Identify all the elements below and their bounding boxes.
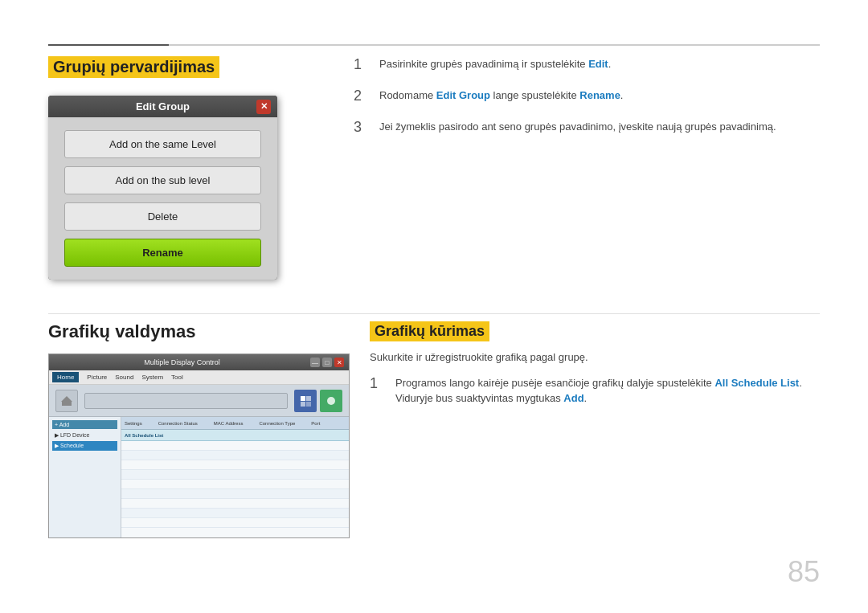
section-bottom-left: Grafikų valdymas Multiple Display Contro…	[48, 321, 354, 538]
instruction-3: 3 Jei žymeklis pasirodo ant seno grupės …	[354, 119, 820, 136]
section2-instruction-1: 1 Programos lango kairėje pusėje esančio…	[370, 375, 820, 407]
section-divider	[48, 313, 820, 314]
instruction-1: 1 Pasirinkite grupės pavadinimą ir spust…	[354, 56, 820, 73]
ss-menu-picture: Picture	[87, 374, 107, 381]
section2-right-title: Grafikų kūrimas	[370, 321, 489, 341]
ss-menu-bar: Home Picture Sound System Tool	[49, 370, 349, 385]
svg-rect-3	[306, 396, 311, 401]
ss-main-area: + Add ▶ LFD Device ▶ Schedule Settings C…	[49, 417, 349, 538]
ss-col-mac: MAC Address	[214, 421, 244, 426]
ss-data-row-2	[121, 451, 349, 460]
highlight-edit: Edit	[588, 58, 608, 70]
svg-rect-4	[301, 402, 305, 407]
ss-menu-system: System	[141, 374, 163, 381]
ss-data-row-8	[121, 509, 349, 518]
svg-rect-5	[306, 402, 311, 407]
ss-close: ✕	[334, 358, 344, 367]
instruction-number-1: 1	[354, 56, 370, 73]
ss-sidebar-schedule: ▶ Schedule	[52, 441, 117, 451]
section2-subtitle: Sukurkite ir užregistruokite grafiką pag…	[370, 349, 820, 366]
dialog-titlebar: Edit Group ✕	[48, 96, 277, 117]
ss-sidebar: + Add ▶ LFD Device ▶ Schedule	[49, 417, 121, 538]
ss-col-type: Connection Type	[259, 421, 295, 426]
rename-button[interactable]: Rename	[64, 239, 261, 267]
dialog-close-button[interactable]: ✕	[256, 100, 271, 114]
screenshot-simulation: Multiple Display Control — □ ✕ Home Pict…	[48, 353, 350, 538]
ss-col-port: Port	[311, 421, 320, 426]
ss-data-row-7	[121, 499, 349, 509]
ss-toolbar	[49, 385, 349, 417]
section1-title: Grupių pervardijimas	[48, 56, 219, 78]
highlight-rename: Rename	[579, 89, 620, 101]
edit-group-dialog: Edit Group ✕ Add on the same Level Add o…	[48, 96, 277, 280]
add-same-level-button[interactable]: Add on the same Level	[64, 130, 261, 158]
ss-col-settings: Settings	[125, 421, 142, 426]
ss-minimize: —	[310, 358, 320, 367]
ss-data-row-5	[121, 480, 349, 489]
svg-point-6	[327, 397, 335, 405]
ss-menu-home: Home	[52, 372, 79, 382]
highlight-all-schedule-list: All Schedule List	[714, 377, 799, 389]
ss-titlebar: Multiple Display Control — □ ✕	[49, 354, 349, 370]
ss-col-connection: Connection Status	[158, 421, 198, 426]
ss-content: Settings Connection Status MAC Address C…	[121, 417, 349, 538]
ss-sidebar-add-btn: + Add	[52, 420, 117, 429]
ss-title: Multiple Display Control	[54, 358, 310, 366]
instruction-number-3: 3	[354, 119, 370, 136]
add-sub-level-button[interactable]: Add on the sub level	[64, 166, 261, 194]
ss-data-row-3	[121, 460, 349, 470]
ss-all-schedule-row: All Schedule List	[121, 430, 349, 441]
top-rule-accent	[48, 44, 169, 46]
instruction-text-3: Jei žymeklis pasirodo ant seno grupės pa…	[379, 119, 776, 135]
instruction-number-2: 2	[354, 88, 370, 104]
svg-rect-2	[301, 396, 305, 401]
ss-all-schedule-text: All Schedule List	[125, 433, 163, 438]
section2-left-title: Grafikų valdymas	[48, 321, 354, 342]
instruction-text-2: Rodomame Edit Group lange spustelėkite R…	[379, 88, 623, 104]
dialog-title: Edit Group	[136, 100, 190, 112]
ss-menu-tool: Tool	[171, 374, 183, 381]
page-container: Grupių pervardijimas Edit Group ✕ Add on…	[0, 0, 868, 613]
ss-menu-sound: Sound	[115, 374, 133, 381]
ss-sidebar-lfd: ▶ LFD Device	[52, 431, 117, 440]
highlight-edit-group: Edit Group	[436, 89, 490, 101]
ss-data-row-9	[121, 518, 349, 528]
page-number: 85	[788, 555, 820, 589]
section2-instruction-text-1: Programos lango kairėje pusėje esančioje…	[395, 375, 820, 407]
section2-instruction-number-1: 1	[370, 375, 386, 392]
ss-content-header: Settings Connection Status MAC Address C…	[121, 417, 349, 430]
instruction-2: 2 Rodomame Edit Group lange spustelėkite…	[354, 88, 820, 104]
ss-maximize: □	[322, 358, 332, 367]
ss-data-row-4	[121, 470, 349, 480]
ss-data-row-1	[121, 441, 349, 451]
delete-button[interactable]: Delete	[64, 202, 261, 231]
instruction-text-1: Pasirinkite grupės pavadinimą ir spustel…	[379, 56, 611, 72]
ss-data-row-6	[121, 489, 349, 499]
highlight-add: Add	[563, 392, 583, 404]
ss-tool-home	[55, 390, 78, 412]
ss-controls: — □ ✕	[310, 358, 344, 367]
instructions-top: 1 Pasirinkite grupės pavadinimą ir spust…	[354, 56, 820, 150]
dialog-body: Add on the same Level Add on the sub lev…	[48, 117, 277, 280]
section-bottom-right: Grafikų kūrimas Sukurkite ir užregistruo…	[370, 321, 820, 421]
svg-marker-1	[61, 396, 72, 402]
